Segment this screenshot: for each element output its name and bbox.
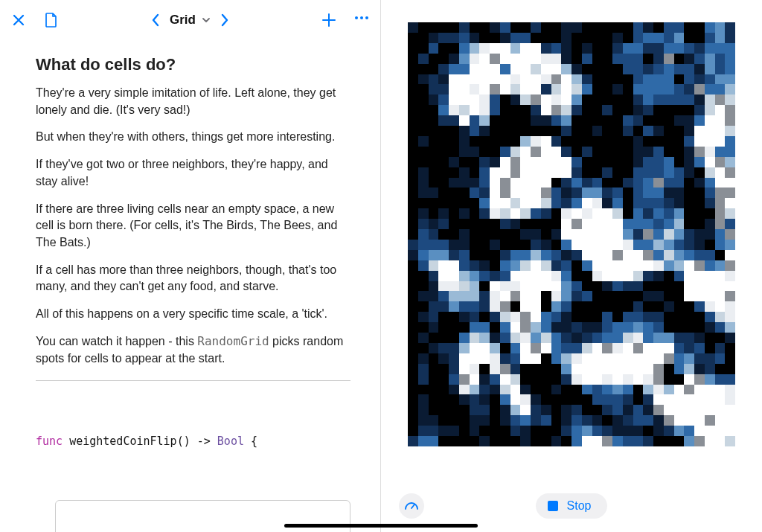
inline-code: RandomGrid bbox=[197, 334, 269, 348]
more-icon[interactable] bbox=[353, 10, 370, 26]
prose-content[interactable]: What do cells do? They're a very simple … bbox=[0, 40, 380, 532]
chevron-down-icon bbox=[202, 17, 211, 23]
editor-pane: Grid What do cells do? They're a very si… bbox=[0, 0, 381, 532]
paragraph: But when they're with others, things get… bbox=[36, 129, 350, 146]
editor-toolbar: Grid bbox=[0, 0, 380, 40]
svg-point-0 bbox=[355, 16, 358, 19]
paragraph: They're a very simple imitation of life.… bbox=[36, 85, 350, 118]
stop-icon bbox=[548, 501, 558, 511]
paragraph: If a cell has more than three neighbors,… bbox=[36, 262, 350, 295]
page-title-dropdown[interactable]: Grid bbox=[170, 13, 211, 28]
heading: What do cells do? bbox=[36, 55, 350, 74]
paragraph-with-code: You can watch it happen - this RandomGri… bbox=[36, 333, 350, 367]
divider bbox=[36, 380, 350, 381]
stop-label: Stop bbox=[567, 499, 592, 513]
page-title: Grid bbox=[170, 13, 196, 28]
add-icon[interactable] bbox=[321, 12, 337, 28]
nav-back-icon[interactable] bbox=[147, 12, 164, 28]
stop-button[interactable]: Stop bbox=[536, 493, 608, 519]
paragraph: If they've got two or three neighbors, t… bbox=[36, 156, 350, 190]
nav-forward-icon[interactable] bbox=[217, 12, 233, 28]
close-icon[interactable] bbox=[10, 12, 27, 28]
paragraph: If there are three living cells near an … bbox=[36, 201, 350, 251]
speed-button[interactable] bbox=[399, 493, 424, 519]
simulation-canvas bbox=[408, 22, 735, 446]
code-block[interactable]: func weightedCoinFlip() -> Bool { let co… bbox=[36, 394, 350, 532]
svg-point-2 bbox=[365, 16, 368, 19]
live-view-pane: Stop bbox=[381, 0, 762, 532]
paragraph: All of this happens on a very specific t… bbox=[36, 306, 350, 323]
svg-line-3 bbox=[412, 504, 414, 508]
svg-point-1 bbox=[360, 16, 363, 19]
document-icon[interactable] bbox=[43, 12, 60, 28]
home-indicator[interactable] bbox=[284, 524, 478, 528]
gauge-icon bbox=[404, 499, 419, 513]
